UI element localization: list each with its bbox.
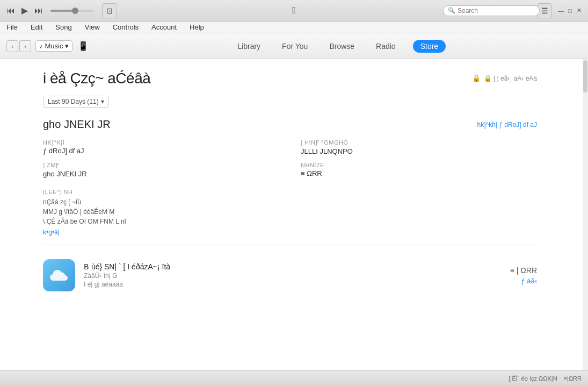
content-inner: i èå Çzç~ aĆéâà 🔒 🔒 | ¦ éå›¸ àÄ‹ éÄã Las… [0,59,569,308]
section-title-text: gho JNEKI JR [43,118,111,131]
tab-browse[interactable]: Browse [325,40,359,53]
search-input[interactable] [458,7,535,15]
library-label: Music [45,42,63,50]
chevron-down-icon: ▾ [65,42,69,50]
info-value-2: gho JNEKI JR [43,170,279,178]
filter-chevron-icon: ▾ [101,98,104,105]
music-note-icon: ♪ [39,42,43,50]
transport-controls: ⏮ ▶ ⏭ ⊡ [4,3,117,18]
menu-controls[interactable]: Controls [111,23,141,31]
icloud-description: I è| g| áêãàäà [84,281,510,288]
icloud-icon [49,268,69,283]
volume-slider[interactable] [50,10,93,12]
title-bar: ⏮ ▶ ⏭ ⊡  ☰ 🔍 — □ ✕ [0,0,588,22]
nav-bar: ‹ › ♪ Music ▾ 📱 Library For You Browse R… [0,33,588,59]
info-label-3: nhnîZe [301,162,537,168]
info-grid: hk]^k|ĭ ƒ dRoJ] df aJ ] h\nƒ ^gmghG JLLL… [43,139,537,178]
icloud-title: Ƀ ùé} SN| ` [ I éðázA~¡ ïtà [84,262,510,271]
info-label-0: hk]^k|ĭ [43,139,279,146]
menu-account[interactable]: Account [149,23,179,31]
description-line-2: \ ÇÊ zÂã be OI OM FNM L nI [43,217,537,226]
main-content: i èå Çzç~ aĆéâà 🔒 🔒 | ¦ éå›¸ àÄ‹ éÄã Las… [0,59,588,386]
section-divider [43,245,537,245]
prev-button[interactable]: ⏮ [4,5,17,17]
scrollbar[interactable] [583,59,588,386]
next-button[interactable]: ⏭ [32,5,45,17]
header-right: 🔒 🔒 | ¦ éå›¸ àÄ‹ éÄã [472,74,537,82]
footer-bar: [ ÊÎ` éo íçz ΩΩK|N ≡|ΩRR [0,370,588,386]
see-all-link[interactable]: hk]^kh| ƒ dRoJ] df aJ [477,121,537,128]
search-box[interactable]: 🔍 [443,5,540,16]
show-more-link[interactable]: k•g•â| [43,228,537,236]
menu-edit[interactable]: Edit [28,23,45,31]
section-header: gho JNEKI JR hk]^kh| ƒ dRoJ] df aJ [43,118,537,131]
nav-tabs: Library For You Browse Radio Store [97,40,582,53]
maximize-button[interactable]: □ [567,7,574,14]
nav-back-button[interactable]: ‹ [6,40,18,52]
menu-song[interactable]: Song [53,23,74,31]
info-label-2: ] Zmƒ [43,162,279,169]
icloud-price: ≡ | ΩRR [510,266,537,275]
filter-dropdown[interactable]: Last 90 Days (11) ▾ [43,96,109,108]
icloud-icon-wrap [43,259,75,291]
tab-library[interactable]: Library [233,40,265,53]
menu-help[interactable]: Help [187,23,206,31]
nav-arrows: ‹ › [6,40,31,52]
header-right-text: 🔒 | ¦ éå›¸ àÄ‹ éÄã [484,75,537,82]
info-item-3: nhnîZe ≡ ΩRR [301,162,537,178]
library-selector[interactable]: ♪ Music ▾ [35,40,72,52]
info-label-1: ] h\nƒ ^gmghG [301,139,537,146]
footer-left-text: [ ÊÎ` éo íçz ΩΩK|N [509,375,557,382]
nav-forward-button[interactable]: › [19,40,31,52]
minimize-button[interactable]: — [557,7,564,14]
description-line-1: MMJ g \ïtäÖ | éèäÊeM M [43,207,537,217]
tab-radio[interactable]: Radio [372,40,400,53]
tab-for-you[interactable]: For You [278,40,312,53]
lock-icon: 🔒 [472,74,481,82]
close-button[interactable]: ✕ [576,7,583,14]
window-controls: ☰ 🔍 — □ ✕ [537,3,583,18]
info-value-0: ƒ dRoJ] df aJ [43,147,279,155]
info-item-1: ] h\nƒ ^gmghG JLLLI JLNQNPO [301,139,537,155]
icloud-info: Ƀ ùé} SN| ` [ I éðázA~¡ ïtà ZääÛ‹ în| G … [84,262,510,288]
description-section: [lee^] nh nÇãá zç [ ~Ïü MMJ g \ïtäÖ | éè… [43,189,537,236]
play-button[interactable]: ▶ [19,4,30,17]
device-button[interactable]: 📱 [78,41,89,51]
info-value-3: ≡ ΩRR [301,169,537,177]
icloud-price-area: ≡ | ΩRR ƒ áã‹ [510,266,537,285]
airplay-button[interactable]: ⊡ [102,3,117,18]
apple-logo:  [292,5,296,16]
page-title: i èå Çzç~ aĆéâà [43,70,150,87]
menu-bar: File Edit Song View Controls Account Hel… [0,22,588,33]
tab-store[interactable]: Store [413,40,446,53]
icloud-subtitle: ZääÛ‹ în| G [84,272,510,280]
footer-right-text: ≡|ΩRR [564,375,582,382]
volume-thumb [72,8,78,14]
scrollbar-thumb[interactable] [583,60,587,92]
info-item-2: ] Zmƒ gho JNEKI JR [43,162,279,178]
icloud-row: Ƀ ùé} SN| ` [ I éðázA~¡ ïtà ZääÛ‹ în| G … [43,254,537,297]
menu-file[interactable]: File [4,23,20,31]
icloud-free-label[interactable]: ƒ áã‹ [510,277,537,285]
page-header: i èå Çzç~ aĆéâà 🔒 🔒 | ¦ éå›¸ àÄ‹ éÄã [43,70,537,87]
description-line-0: nÇãá zç [ ~Ïü [43,197,537,207]
description-label: [lee^] nh [43,189,537,195]
info-value-1: JLLLI JLNQNPO [301,147,537,155]
info-item-0: hk]^k|ĭ ƒ dRoJ] df aJ [43,139,279,155]
search-icon: 🔍 [448,7,455,14]
menu-view[interactable]: View [83,23,102,31]
filter-label: Last 90 Days (11) [48,98,99,105]
